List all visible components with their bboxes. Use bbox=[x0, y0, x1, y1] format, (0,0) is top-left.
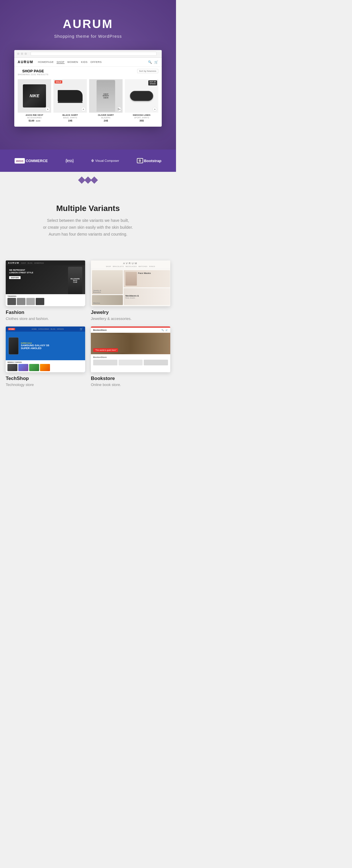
vc-text: Visual Composer bbox=[95, 159, 119, 162]
jewelry-grid: Jewelry &Bracelets Watches Face Masks N bbox=[91, 269, 170, 306]
techshop-nav-items: HOME CATEGORIES BLOG OFFERS bbox=[31, 328, 64, 330]
product-cat-oliver: BLAZERS bbox=[89, 117, 123, 119]
product-price-oliver: 24$ bbox=[89, 119, 123, 122]
techshop-screenshot[interactable]: STORE! HOME CATEGORIES BLOG OFFERS 🛒 SUP… bbox=[6, 327, 85, 372]
fashion-shop-btn[interactable]: SHOP NOW bbox=[9, 276, 21, 279]
jewelry-nav-item: RINGS bbox=[149, 266, 155, 267]
jewelry-watches-label: Watches bbox=[93, 302, 100, 304]
shop-header: SHOP PAGE SHOWING 2151 RESULTS Sort by N… bbox=[14, 67, 162, 77]
browser-dot-yellow bbox=[21, 53, 23, 55]
person-silhouette-image: CHEAPMONDAYCHEVR bbox=[97, 80, 115, 112]
nav-shop[interactable]: SHOP bbox=[57, 61, 65, 64]
techshop-hero: SUPER SALE SAMSUNG GALAXY S5SUPER AMOLED bbox=[6, 332, 85, 360]
visual-composer-logo: ☬ Visual Composer bbox=[91, 158, 119, 163]
commerce-text: COMMERCE bbox=[26, 159, 48, 163]
techshop-nav: STORE! HOME CATEGORIES BLOG OFFERS 🛒 bbox=[6, 327, 85, 332]
fashion-nav: AURUM SHOP BLOG HOMEPAGE bbox=[6, 260, 85, 265]
techshop-weekly-item-4 bbox=[40, 364, 50, 371]
bookstore-cart-icon[interactable]: 🛒 bbox=[165, 329, 168, 331]
bookstore-screenshot[interactable]: BestonStore 🔍 🛒 “The world is quiet here… bbox=[91, 327, 170, 372]
demo-item-jewelry: AVRUM SHOP BRACELETS NECKLACES WATCHES R… bbox=[91, 260, 170, 321]
cart-icon[interactable]: 🛒 bbox=[154, 60, 158, 64]
product-name-oliver: OLIVER SHIRT bbox=[89, 114, 123, 116]
jewelry-demo-label: Jewelry bbox=[91, 310, 170, 315]
product-image-swoosh: OUT OFSTOCK + bbox=[125, 79, 158, 113]
product-cat-swoosh: SPORT, SHIRTS bbox=[125, 117, 158, 119]
jewelry-left-col: Jewelry &Bracelets Watches bbox=[92, 270, 123, 305]
diamond-3 bbox=[91, 177, 98, 184]
bookstore-store-logo: BestonStore bbox=[93, 356, 168, 359]
product-price-black-shirt: 19$ bbox=[54, 119, 87, 122]
product-card-black-shirt: SALE + BLACK SHIRT BAGS, SHIRTS 19$ bbox=[52, 78, 88, 123]
diamond-divider bbox=[0, 172, 176, 190]
nike-swoosh-icon: NIKE bbox=[30, 93, 39, 98]
variants-section: Multiple Variants Select between the sit… bbox=[0, 190, 176, 252]
jewelry-logo: AVRUM bbox=[93, 262, 168, 265]
techshop-cart-icon[interactable]: 🛒 bbox=[80, 328, 83, 331]
techshop-product-name: SAMSUNG GALAXY S5SUPER AMOLED bbox=[21, 344, 49, 350]
search-icon[interactable]: 🔍 bbox=[148, 60, 152, 64]
bookstore-search-icon[interactable]: 🔍 bbox=[161, 329, 164, 331]
vc-icon: ☬ bbox=[91, 158, 94, 163]
jewelry-img-watches: Watches bbox=[92, 295, 123, 305]
variants-description: Select between the site variants we have… bbox=[8, 217, 167, 238]
sort-dropdown[interactable]: Sort by Newness bbox=[137, 69, 158, 73]
product-name-asos: ASOS RIB VEST bbox=[18, 114, 51, 116]
fashion-nav-items: SHOP BLOG HOMEPAGE bbox=[21, 262, 44, 264]
techshop-logo: STORE! bbox=[8, 328, 16, 330]
techshop-demo-sublabel: Technology store bbox=[6, 382, 85, 387]
browser-dot-red bbox=[17, 53, 20, 55]
techshop-nav-item: OFFERS bbox=[57, 328, 64, 330]
techshop-nav-item: CATEGORIES bbox=[38, 328, 49, 330]
variants-desc-line1: Select between the site variants we have… bbox=[47, 218, 129, 223]
variants-desc-line3: Aurum has four demo variants and countin… bbox=[49, 232, 127, 237]
jewelry-nav-items: SHOP BRACELETS NECKLACES WATCHES RINGS bbox=[93, 266, 168, 267]
add-to-cart-oliver[interactable]: 8+ bbox=[117, 107, 121, 112]
bookstore-quote: “The world is quiet here” bbox=[93, 348, 118, 352]
fashion-trend-2 bbox=[17, 298, 25, 305]
woocommerce-logo: wooCOMMERCE bbox=[14, 159, 48, 163]
product-price-swoosh: 35$ bbox=[125, 119, 158, 122]
nav-homepage[interactable]: HOMEPAGE bbox=[38, 61, 54, 64]
demo-item-techshop: STORE! HOME CATEGORIES BLOG OFFERS 🛒 SUP… bbox=[6, 327, 85, 387]
fashion-screenshot[interactable]: AURUM SHOP BLOG HOMEPAGE WE REPRESENTLON… bbox=[6, 260, 85, 306]
add-to-cart-black-shirt[interactable]: + bbox=[81, 107, 86, 112]
product-card-oliver: CHEAPMONDAYCHEVR 8+ OLIVER SHIRT BLAZERS… bbox=[88, 78, 124, 123]
add-to-cart-asos[interactable]: + bbox=[45, 107, 50, 112]
jewelry-screenshot[interactable]: AVRUM SHOP BRACELETS NECKLACES WATCHES R… bbox=[91, 260, 170, 306]
bracelet-image bbox=[130, 91, 153, 101]
product-image-oliver: CHEAPMONDAYCHEVR 8+ bbox=[89, 79, 123, 113]
bootstrap-text: Bootstrap bbox=[144, 159, 161, 163]
woo-badge: woo bbox=[14, 158, 25, 163]
product-name-swoosh: SWOOSH LINES bbox=[125, 114, 158, 116]
bookstore-items bbox=[93, 360, 168, 365]
product-image-black-shirt: SALE + bbox=[54, 79, 87, 113]
techshop-weekly-items bbox=[7, 364, 84, 371]
product-name-black-shirt: BLACK SHIRT bbox=[54, 114, 87, 116]
techshop-weekly-item-3 bbox=[29, 364, 39, 371]
nav-offers[interactable]: OFFERS bbox=[91, 61, 102, 64]
product-card-swoosh: OUT OFSTOCK + SWOOSH LINES SPORT, SHIRTS… bbox=[124, 78, 159, 123]
fashion-trend-4 bbox=[36, 298, 44, 305]
add-to-cart-swoosh[interactable]: + bbox=[153, 107, 157, 112]
shirt-text-overlay: CHEAPMONDAYCHEVR bbox=[103, 93, 109, 99]
browser-url-bar bbox=[31, 52, 157, 56]
hero-section: AURUM Shopping theme for WordPress AURUM… bbox=[0, 0, 176, 150]
jewelry-right-col: Face Masks Necklaces & Body Jewels bbox=[124, 270, 170, 305]
variants-desc-line2: or create your own skin easily with the … bbox=[43, 225, 133, 229]
techshop-promo-text: SUPER SALE SAMSUNG GALAXY S5SUPER AMOLED bbox=[21, 342, 49, 350]
nav-kids[interactable]: KIDS bbox=[81, 61, 88, 64]
diamonds-decoration bbox=[78, 178, 97, 183]
bookstore-demo-label: Bookstore bbox=[91, 376, 170, 381]
fashion-person-text: BILLIONAIREBOYSCLUB bbox=[71, 278, 80, 283]
product-cat-black-shirt: BAGS, SHIRTS bbox=[54, 117, 87, 119]
hero-subtitle: Shopping theme for WordPress bbox=[6, 34, 170, 39]
face-masks-label: Face Masks bbox=[138, 272, 151, 275]
sale-badge: SALE bbox=[55, 80, 62, 84]
fashion-nav-logo: AURUM bbox=[8, 261, 20, 264]
fashion-person-image: BILLIONAIREBOYSCLUB bbox=[68, 267, 82, 294]
jewelry-bracelets-label: Jewelry &Bracelets bbox=[93, 290, 101, 293]
techshop-weekly-label: WEEKLY CHOICE bbox=[7, 361, 84, 363]
nav-women[interactable]: WOMEN bbox=[67, 61, 78, 64]
fashion-trending-section: TRENDING bbox=[6, 294, 85, 306]
